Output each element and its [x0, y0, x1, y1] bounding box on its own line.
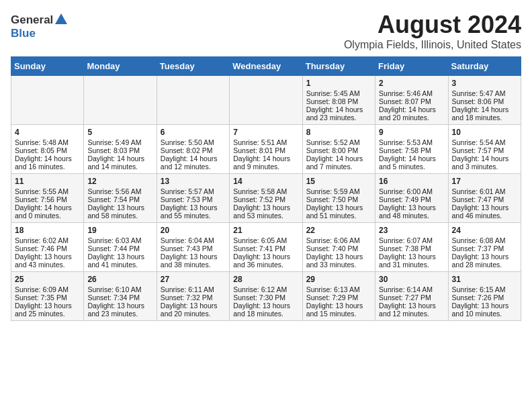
day-info: Sunset: 7:41 PM	[233, 244, 298, 253]
day-info: and 0 minutes.	[15, 212, 80, 220]
day-info: Sunrise: 5:48 AM	[15, 138, 80, 146]
day-info: Sunset: 8:03 PM	[87, 146, 152, 154]
day-info: and 16 minutes.	[15, 163, 80, 171]
day-info: Daylight: 14 hours	[306, 105, 371, 113]
day-number: 11	[15, 177, 80, 186]
calendar-header: August 2024 Olympia Fields, Illinois, Un…	[11, 11, 521, 51]
calendar-week-row: 1Sunrise: 5:45 AMSunset: 8:08 PMDaylight…	[11, 76, 521, 125]
day-info: Daylight: 13 hours	[306, 253, 371, 261]
day-info: Sunset: 7:29 PM	[306, 293, 371, 302]
day-info: Sunrise: 6:15 AM	[452, 285, 517, 293]
table-row: 12Sunrise: 5:56 AMSunset: 7:54 PMDayligh…	[84, 174, 157, 223]
day-info: and 58 minutes.	[87, 212, 152, 220]
day-info: Sunset: 7:58 PM	[379, 146, 444, 154]
day-number: 30	[379, 275, 444, 284]
day-info: Sunrise: 5:53 AM	[379, 138, 444, 146]
logo-arrow-icon	[55, 13, 67, 27]
table-row: 31Sunrise: 6:15 AMSunset: 7:26 PMDayligh…	[448, 272, 521, 321]
day-info: and 18 minutes.	[233, 310, 298, 318]
table-row	[157, 76, 229, 125]
day-info: Sunset: 7:27 PM	[379, 293, 444, 302]
table-row: 10Sunrise: 5:54 AMSunset: 7:57 PMDayligh…	[448, 125, 521, 174]
table-row: 2Sunrise: 5:46 AMSunset: 8:07 PMDaylight…	[375, 76, 448, 125]
day-info: Daylight: 14 hours	[15, 203, 80, 212]
table-row	[230, 76, 302, 125]
table-row: 29Sunrise: 6:13 AMSunset: 7:29 PMDayligh…	[302, 272, 375, 321]
day-info: Sunset: 7:46 PM	[15, 244, 80, 253]
day-number: 2	[379, 79, 444, 88]
day-info: Sunrise: 5:56 AM	[87, 187, 152, 195]
table-row: 6Sunrise: 5:50 AMSunset: 8:02 PMDaylight…	[157, 125, 229, 174]
day-info: and 14 minutes.	[87, 163, 152, 171]
day-info: and 12 minutes.	[379, 310, 444, 318]
day-number: 31	[452, 275, 517, 284]
day-info: Sunset: 8:06 PM	[452, 97, 517, 105]
calendar-week-row: 18Sunrise: 6:02 AMSunset: 7:46 PMDayligh…	[11, 223, 521, 272]
day-info: Daylight: 13 hours	[161, 253, 226, 261]
day-info: and 43 minutes.	[15, 261, 80, 269]
day-info: Sunrise: 6:02 AM	[15, 236, 80, 244]
calendar-week-row: 4Sunrise: 5:48 AMSunset: 8:05 PMDaylight…	[11, 125, 521, 174]
day-info: Sunrise: 6:06 AM	[306, 236, 371, 244]
day-info: Daylight: 13 hours	[87, 203, 152, 212]
day-info: Sunrise: 6:03 AM	[87, 236, 152, 244]
day-info: Sunrise: 5:49 AM	[87, 138, 152, 146]
day-info: Sunrise: 6:04 AM	[161, 236, 226, 244]
day-info: and 53 minutes.	[233, 212, 298, 220]
day-info: and 28 minutes.	[452, 261, 517, 269]
day-info: Sunrise: 6:07 AM	[379, 236, 444, 244]
col-friday: Friday	[375, 57, 448, 76]
day-number: 7	[233, 128, 298, 137]
day-info: Sunset: 7:44 PM	[87, 244, 152, 253]
table-row: 7Sunrise: 5:51 AMSunset: 8:01 PMDaylight…	[230, 125, 302, 174]
day-info: Sunrise: 5:52 AM	[306, 138, 371, 146]
col-sunday: Sunday	[11, 57, 84, 76]
table-row: 22Sunrise: 6:06 AMSunset: 7:40 PMDayligh…	[302, 223, 375, 272]
day-info: Daylight: 13 hours	[233, 253, 298, 261]
day-info: Sunrise: 6:12 AM	[233, 285, 298, 293]
day-info: and 7 minutes.	[306, 163, 371, 171]
day-info: and 23 minutes.	[306, 113, 371, 122]
day-info: Daylight: 13 hours	[452, 302, 517, 310]
table-row	[11, 76, 84, 125]
day-info: and 23 minutes.	[87, 310, 152, 318]
day-info: Sunset: 7:52 PM	[233, 195, 298, 203]
day-info: Daylight: 14 hours	[161, 154, 226, 163]
day-info: Sunset: 7:26 PM	[452, 293, 517, 302]
logo-general: General	[11, 13, 53, 27]
day-info: Sunset: 8:07 PM	[379, 97, 444, 105]
day-info: Sunset: 8:02 PM	[161, 146, 226, 154]
col-saturday: Saturday	[448, 57, 521, 76]
day-info: and 18 minutes.	[452, 113, 517, 122]
table-row: 26Sunrise: 6:10 AMSunset: 7:34 PMDayligh…	[84, 272, 157, 321]
day-info: Daylight: 13 hours	[379, 253, 444, 261]
day-info: Sunset: 8:00 PM	[306, 146, 371, 154]
day-number: 8	[306, 128, 371, 137]
table-row: 13Sunrise: 5:57 AMSunset: 7:53 PMDayligh…	[157, 174, 229, 223]
calendar-subtitle: Olympia Fields, Illinois, United States	[11, 39, 521, 51]
day-info: Daylight: 13 hours	[87, 302, 152, 310]
calendar-week-row: 11Sunrise: 5:55 AMSunset: 7:56 PMDayligh…	[11, 174, 521, 223]
day-info: Daylight: 13 hours	[379, 203, 444, 212]
table-row: 15Sunrise: 5:59 AMSunset: 7:50 PMDayligh…	[302, 174, 375, 223]
day-info: Daylight: 14 hours	[379, 105, 444, 113]
calendar-table: Sunday Monday Tuesday Wednesday Thursday…	[11, 56, 521, 321]
day-info: Sunrise: 5:45 AM	[306, 89, 371, 97]
day-info: and 25 minutes.	[15, 310, 80, 318]
day-info: Sunrise: 6:10 AM	[87, 285, 152, 293]
table-row: 17Sunrise: 6:01 AMSunset: 7:47 PMDayligh…	[448, 174, 521, 223]
day-info: Sunset: 7:53 PM	[161, 195, 226, 203]
day-info: and 12 minutes.	[161, 163, 226, 171]
day-info: Daylight: 13 hours	[379, 302, 444, 310]
day-info: and 5 minutes.	[379, 163, 444, 171]
col-thursday: Thursday	[302, 57, 375, 76]
day-number: 28	[233, 275, 298, 284]
col-tuesday: Tuesday	[157, 57, 229, 76]
calendar-week-row: 25Sunrise: 6:09 AMSunset: 7:35 PMDayligh…	[11, 272, 521, 321]
day-info: and 55 minutes.	[161, 212, 226, 220]
table-row: 19Sunrise: 6:03 AMSunset: 7:44 PMDayligh…	[84, 223, 157, 272]
day-info: Sunrise: 6:08 AM	[452, 236, 517, 244]
day-info: Sunset: 8:08 PM	[306, 97, 371, 105]
day-info: Sunrise: 6:01 AM	[452, 187, 517, 195]
table-row: 24Sunrise: 6:08 AMSunset: 7:37 PMDayligh…	[448, 223, 521, 272]
